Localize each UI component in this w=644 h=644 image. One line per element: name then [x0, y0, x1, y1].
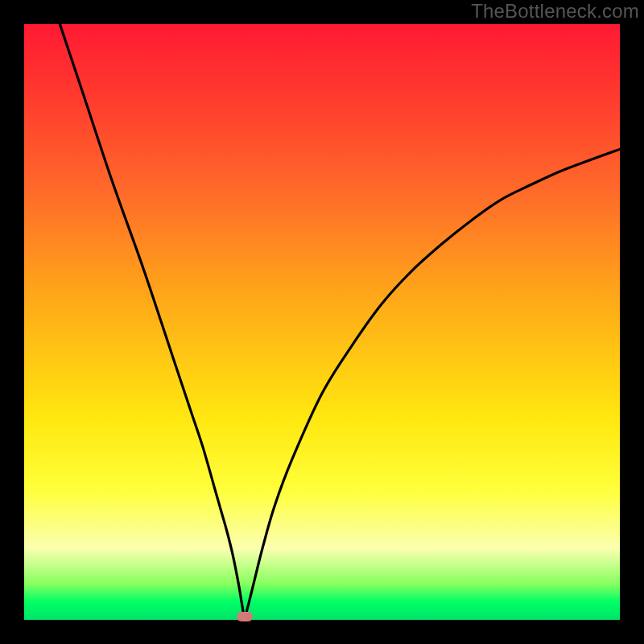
- bottleneck-curve: [60, 24, 620, 617]
- chart-frame: TheBottleneck.com: [0, 0, 644, 644]
- curve-svg: [24, 24, 620, 620]
- watermark-text: TheBottleneck.com: [471, 0, 639, 23]
- plot-area: [24, 24, 620, 620]
- optimal-marker: [237, 612, 253, 621]
